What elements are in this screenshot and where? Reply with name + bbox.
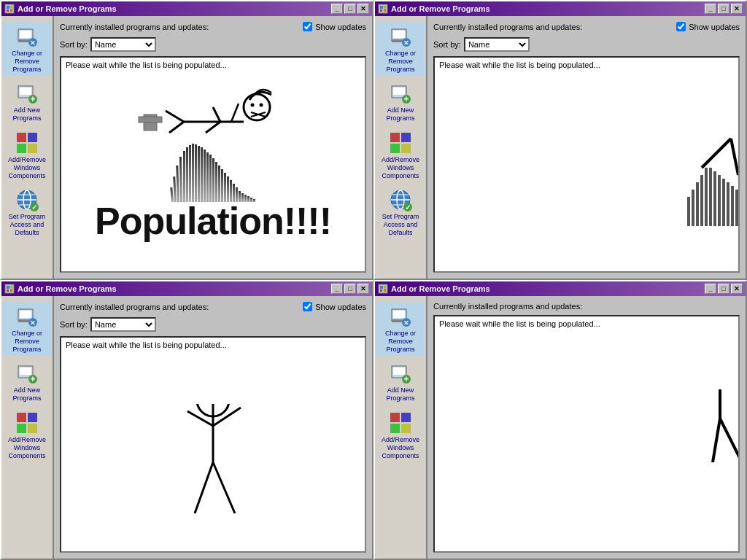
svg-line-119: [713, 419, 720, 462]
sidebar-item-change-remove-tl[interactable]: ✕ Change or Remove Programs: [2, 22, 52, 76]
installed-label-br: Currently installed programs and updates…: [433, 302, 582, 311]
show-updates-checkbox-bl[interactable]: [303, 302, 312, 311]
sidebar-item-set-program-tr[interactable]: ✓ Set Program Access and Defaults: [376, 185, 425, 239]
screen-grid: Add or Remove Programs _ □ ✕ ✕: [0, 0, 747, 560]
close-btn-br[interactable]: ✕: [731, 284, 743, 294]
svg-rect-16: [17, 144, 26, 153]
window-title-top-left: Add or Remove Programs: [18, 4, 331, 13]
svg-rect-78: [7, 286, 9, 289]
sidebar-label-change-remove-tr: Change or Remove Programs: [377, 50, 424, 73]
svg-text:+: +: [403, 374, 409, 384]
toolbar-bottom-left: Currently installed programs and updates…: [60, 302, 366, 332]
svg-line-33: [166, 111, 184, 122]
window-icon-bottom-right: [378, 284, 388, 294]
main-content-top-right: Currently installed programs and updates…: [427, 16, 746, 279]
svg-point-27: [260, 104, 263, 107]
svg-rect-80: [7, 289, 9, 292]
toolbar-top-left: Currently installed programs and updates…: [60, 22, 366, 52]
show-updates-checkbox-tr[interactable]: [676, 22, 686, 31]
sidebar-item-windows-comp-tr[interactable]: Add/Remove Windows Components: [376, 128, 425, 182]
window-title-top-right: Add or Remove Programs: [391, 4, 705, 13]
window-controls-top-right: _ □ ✕: [705, 4, 743, 14]
change-remove-icon-bl: ✕: [15, 305, 39, 328]
svg-rect-39: [380, 6, 383, 9]
minimize-btn-tr[interactable]: _: [705, 4, 716, 14]
main-content-bottom-left: Currently installed programs and updates…: [54, 296, 372, 559]
windows-comp-icon-tr: [389, 131, 412, 155]
svg-rect-92: [28, 413, 37, 422]
stick-figure-tl: [125, 74, 301, 155]
sidebar-item-windows-comp-bl[interactable]: Add/Remove Windows Components: [2, 408, 52, 462]
show-updates-checkbox-tl[interactable]: [303, 22, 312, 31]
svg-rect-67: [696, 182, 699, 226]
minimize-btn-br[interactable]: _: [705, 284, 716, 294]
svg-rect-93: [17, 424, 26, 433]
maximize-btn-tr[interactable]: □: [718, 4, 729, 14]
change-remove-icon-tl: ✕: [15, 25, 39, 48]
close-btn-tl[interactable]: ✕: [357, 4, 369, 14]
sidebar-item-add-new-br[interactable]: + Add New Programs: [376, 359, 425, 405]
sidebar-item-change-remove-bl[interactable]: ✕ Change or Remove Programs: [2, 302, 52, 356]
svg-rect-15: [28, 133, 37, 142]
sort-dropdown-bl[interactable]: Name: [90, 317, 156, 332]
maximize-btn-br[interactable]: □: [718, 284, 729, 294]
svg-text:✓: ✓: [405, 203, 411, 211]
sidebar-item-change-remove-br[interactable]: ✕ Change or Remove Programs: [376, 302, 425, 356]
sidebar-label-windows-comp-br: Add/Remove Windows Components: [377, 436, 424, 459]
crowd-bars-tl: [171, 144, 255, 202]
window-icon-top-left: [4, 4, 15, 14]
installed-label-tr: Currently installed programs and updates…: [433, 23, 582, 31]
svg-point-26: [251, 104, 255, 107]
sidebar-label-windows-comp-bl: Add/Remove Windows Components: [4, 436, 50, 459]
close-btn-bl[interactable]: ✕: [357, 284, 369, 294]
svg-text:✕: ✕: [30, 319, 36, 327]
svg-rect-72: [718, 175, 721, 226]
sort-label-bl: Sort by:: [60, 320, 88, 329]
minimize-btn-bl[interactable]: _: [331, 284, 343, 294]
svg-rect-75: [731, 186, 734, 226]
svg-rect-116: [401, 413, 411, 422]
maximize-btn-tl[interactable]: □: [344, 4, 356, 14]
window-icon-bottom-left: [4, 284, 15, 294]
window-body-bottom-left: ✕ Change or Remove Programs + Add New Pr…: [1, 296, 372, 559]
svg-rect-42: [384, 9, 386, 12]
partial-meme-br: [705, 389, 740, 537]
svg-rect-83: [20, 311, 31, 318]
windows-comp-icon-tl: [15, 131, 39, 155]
population-text-tl: Population!!!!: [95, 202, 331, 240]
close-btn-tr[interactable]: ✕: [731, 4, 743, 14]
add-new-icon-bl: +: [15, 362, 39, 385]
sort-dropdown-tl[interactable]: Name Size Date Last Used Frequency: [90, 37, 156, 52]
show-updates-label-tr: Show updates: [689, 23, 740, 31]
minimize-btn-tl[interactable]: _: [331, 4, 343, 14]
sort-dropdown-tr[interactable]: Name: [464, 37, 530, 52]
sidebar-item-add-new-tr[interactable]: + Add New Programs: [376, 79, 425, 125]
svg-rect-41: [380, 9, 382, 12]
svg-line-32: [206, 122, 220, 133]
sidebar-item-add-new-tl[interactable]: + Add New Programs: [2, 79, 52, 125]
svg-rect-91: [17, 413, 26, 422]
list-status-br: Please wait while the list is being popu…: [435, 316, 738, 331]
sidebar-item-set-program-tl[interactable]: ✓ Set Program Access and Defaults: [2, 185, 52, 239]
svg-rect-94: [28, 424, 37, 433]
svg-text:+: +: [30, 374, 35, 384]
svg-rect-44: [393, 31, 405, 38]
sidebar-item-change-remove-tr[interactable]: ✕ Change or Remove Programs: [376, 22, 425, 76]
svg-rect-1: [7, 6, 9, 9]
sidebar-item-add-new-bl[interactable]: + Add New Programs: [2, 359, 52, 405]
installed-label-tl: Currently installed programs and updates…: [60, 23, 209, 31]
svg-line-35: [231, 104, 239, 122]
partial-meme-tr: [687, 95, 740, 242]
sidebar-label-add-new-bl: Add New Programs: [4, 386, 50, 402]
sidebar-label-add-new-br: Add New Programs: [377, 386, 424, 402]
svg-text:✓: ✓: [31, 203, 37, 211]
sidebar-item-windows-comp-tl[interactable]: Add/Remove Windows Components: [2, 128, 52, 182]
installed-label-bl: Currently installed programs and updates…: [60, 303, 209, 311]
maximize-btn-bl[interactable]: □: [344, 284, 356, 294]
main-content-bottom-right: Currently installed programs and updates…: [427, 296, 746, 559]
svg-rect-14: [17, 133, 26, 142]
svg-line-120: [720, 419, 740, 462]
sidebar-item-windows-comp-br[interactable]: Add/Remove Windows Components: [376, 408, 425, 462]
titlebar-bottom-right: Add or Remove Programs _ □ ✕: [375, 281, 746, 296]
svg-rect-107: [393, 311, 405, 318]
